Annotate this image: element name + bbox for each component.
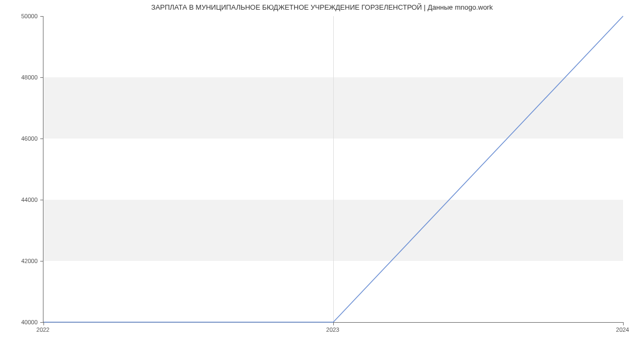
y-axis-label: 40000 <box>5 319 38 325</box>
x-axis-label: 2022 <box>36 326 49 333</box>
chart-title: ЗАРПЛАТА В МУНИЦИПАЛЬНОЕ БЮДЖЕТНОЕ УЧРЕЖ… <box>0 3 644 11</box>
x-tick <box>333 322 334 325</box>
y-tick <box>40 139 43 139</box>
x-tick <box>43 322 44 325</box>
y-axis-label: 46000 <box>5 135 38 142</box>
plot-area <box>43 16 623 323</box>
y-axis-label: 48000 <box>5 74 38 81</box>
y-tick <box>40 322 43 323</box>
x-axis-label: 2024 <box>616 326 629 333</box>
x-tick <box>623 322 624 325</box>
y-axis-label: 44000 <box>5 197 38 203</box>
y-axis-label: 42000 <box>5 258 38 264</box>
y-tick <box>40 77 43 78</box>
y-tick <box>40 200 43 200</box>
x-axis-label: 2023 <box>326 326 339 333</box>
y-tick <box>40 16 43 17</box>
salary-line-chart: ЗАРПЛАТА В МУНИЦИПАЛЬНОЕ БЮДЖЕТНОЕ УЧРЕЖ… <box>0 0 644 349</box>
y-tick <box>40 261 43 261</box>
series-line <box>43 16 623 322</box>
y-axis-label: 50000 <box>5 13 38 19</box>
